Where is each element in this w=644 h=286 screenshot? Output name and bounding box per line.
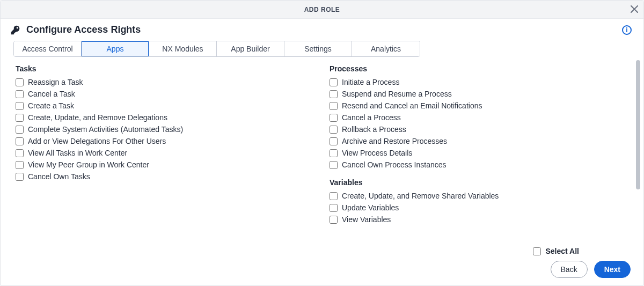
checkbox-initiate-a-process[interactable] [330, 78, 338, 86]
checkbox-label[interactable]: Create a Task [28, 101, 74, 110]
checkbox-create-a-task[interactable] [16, 102, 24, 110]
modal-titlebar: ADD ROLE [1, 1, 643, 19]
checkbox-label[interactable]: Create, Update, and Remove Delegations [28, 113, 167, 122]
select-all-label[interactable]: Select All [545, 247, 579, 255]
checkbox-label[interactable]: Suspend and Resume a Process [342, 90, 452, 98]
checkbox-label[interactable]: View Variables [342, 215, 391, 224]
list-item: Add or View Delegations For Other Users [16, 135, 308, 147]
checkbox-label[interactable]: Cancel Own Tasks [28, 172, 90, 181]
key-icon [10, 25, 21, 35]
back-button[interactable]: Back [551, 261, 588, 278]
checkbox-label[interactable]: Cancel a Task [28, 90, 75, 98]
group-title-tasks: Tasks [16, 64, 308, 73]
group-title-processes: Processes [330, 64, 622, 73]
scrollbar[interactable] [636, 60, 640, 240]
checkbox-cancel-a-process[interactable] [330, 114, 338, 122]
checkbox-label[interactable]: View All Tasks in Work Center [28, 149, 127, 157]
content-area: Tasks Reassign a Task Cancel a Task Crea… [1, 57, 643, 243]
checkbox-rollback-a-process[interactable] [330, 126, 338, 134]
checkbox-label[interactable]: Reassign a Task [28, 78, 83, 86]
add-role-modal: ADD ROLE Configure Access Rights i Acces… [0, 0, 644, 286]
next-button[interactable]: Next [594, 261, 631, 278]
modal-footer: Select All Back Next [1, 243, 643, 285]
checkbox-label[interactable]: Cancel a Process [342, 113, 401, 122]
list-item: Create, Update, and Remove Delegations [16, 112, 308, 123]
checkbox-cancel-own-process-instances[interactable] [330, 161, 338, 169]
checkbox-resend-cancel-email-notifications[interactable] [330, 102, 338, 110]
list-item: View Variables [330, 214, 622, 225]
list-item: Resend and Cancel an Email Notifications [330, 100, 622, 112]
tab-settings[interactable]: Settings [284, 41, 352, 56]
col-processes-variables: Processes Initiate a Process Suspend and… [330, 61, 622, 239]
list-item: Update Variables [330, 202, 622, 214]
checkbox-select-all[interactable] [533, 247, 541, 255]
checkbox-suspend-resume-process[interactable] [330, 90, 338, 98]
close-icon[interactable] [631, 5, 638, 14]
checkbox-label[interactable]: Initiate a Process [342, 78, 399, 86]
list-item: Cancel Own Tasks [16, 171, 308, 182]
checkbox-cancel-a-task[interactable] [16, 90, 24, 98]
list-item: Cancel a Task [16, 88, 308, 100]
checkbox-view-variables[interactable] [330, 216, 338, 224]
checkbox-label[interactable]: Complete System Activities (Automated Ta… [28, 125, 183, 134]
checkbox-complete-system-activities[interactable] [16, 126, 24, 134]
tab-analytics[interactable]: Analytics [352, 41, 420, 56]
list-item: View Process Details [330, 147, 622, 159]
list-item: Complete System Activities (Automated Ta… [16, 123, 308, 135]
list-item: Suspend and Resume a Process [330, 88, 622, 100]
footer-block: Select All Back Next [13, 247, 631, 278]
checkbox-label[interactable]: Rollback a Process [342, 125, 406, 134]
tab-nx-modules[interactable]: NX Modules [149, 41, 217, 56]
checkbox-archive-restore-processes[interactable] [330, 137, 338, 145]
list-item: Archive and Restore Processes [330, 135, 622, 147]
content-scroll: Tasks Reassign a Task Cancel a Task Crea… [1, 57, 643, 243]
tab-access-control[interactable]: Access Control [14, 41, 82, 56]
section-header: Configure Access Rights i [1, 19, 643, 39]
checkbox-crud-shared-variables[interactable] [330, 192, 338, 200]
modal-title: ADD ROLE [304, 6, 340, 13]
checkbox-label[interactable]: Resend and Cancel an Email Notifications [342, 101, 482, 110]
list-item: View All Tasks in Work Center [16, 147, 308, 159]
checkbox-cancel-own-tasks[interactable] [16, 173, 24, 181]
list-item: Create a Task [16, 100, 308, 112]
col-tasks: Tasks Reassign a Task Cancel a Task Crea… [16, 61, 308, 239]
list-item: Initiate a Process [330, 76, 622, 88]
checkbox-view-all-tasks-work-center[interactable] [16, 149, 24, 157]
scrollbar-thumb[interactable] [636, 60, 640, 189]
checkbox-add-view-delegations-other-users[interactable] [16, 137, 24, 145]
footer-buttons: Back Next [13, 261, 631, 278]
checkbox-view-peer-group-work-center[interactable] [16, 161, 24, 169]
group-title-variables: Variables [330, 178, 622, 187]
section-title: Configure Access Rights [26, 24, 141, 35]
checkbox-label[interactable]: Create, Update, and Remove Shared Variab… [342, 192, 499, 200]
checkbox-label[interactable]: Cancel Own Process Instances [342, 160, 447, 169]
list-item: Rollback a Process [330, 123, 622, 135]
info-icon[interactable]: i [622, 25, 632, 35]
list-item: Reassign a Task [16, 76, 308, 88]
list-item: Cancel Own Process Instances [330, 159, 622, 171]
checkbox-label[interactable]: Archive and Restore Processes [342, 137, 447, 145]
list-item: View My Peer Group in Work Center [16, 159, 308, 171]
checkbox-label[interactable]: View My Peer Group in Work Center [28, 160, 149, 169]
checkbox-label[interactable]: View Process Details [342, 149, 412, 157]
checkbox-label[interactable]: Update Variables [342, 203, 399, 212]
tab-bar: Access Control Apps NX Modules App Build… [13, 41, 420, 57]
checkbox-reassign-a-task[interactable] [16, 78, 24, 86]
select-all-row: Select All [533, 247, 579, 255]
tab-apps[interactable]: Apps [82, 41, 149, 56]
checkbox-update-variables[interactable] [330, 204, 338, 212]
tab-app-builder[interactable]: App Builder [217, 41, 284, 56]
checkbox-label[interactable]: Add or View Delegations For Other Users [28, 137, 166, 145]
list-item: Create, Update, and Remove Shared Variab… [330, 190, 622, 202]
list-item: Cancel a Process [330, 112, 622, 123]
checkbox-view-process-details[interactable] [330, 149, 338, 157]
checkbox-delegations[interactable] [16, 114, 24, 122]
